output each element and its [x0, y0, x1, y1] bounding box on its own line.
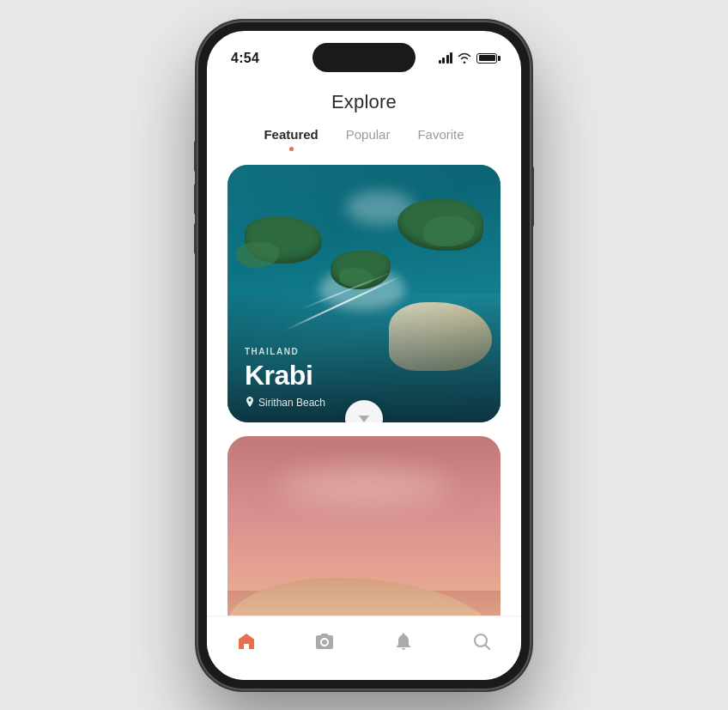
phone-mockup: 4:54 [197, 21, 531, 690]
card-country: THAILAND [245, 347, 483, 356]
tab-featured-dot [289, 147, 294, 151]
phone-screen: 4:54 [207, 31, 521, 680]
tab-favorite-dot [439, 147, 443, 151]
card-image-desert [228, 436, 500, 616]
home-icon [235, 630, 258, 652]
tab-favorite-label: Favorite [417, 127, 464, 142]
page-title: Explore [207, 91, 521, 113]
nav-camera[interactable] [300, 627, 349, 656]
tab-popular-dot [366, 147, 370, 151]
signal-icon [439, 53, 453, 64]
card-desert[interactable] [228, 436, 500, 616]
wifi-icon [458, 52, 471, 64]
page-title-area: Explore [207, 74, 521, 127]
nav-search[interactable] [457, 627, 507, 656]
bell-icon [392, 630, 415, 652]
status-time: 4:54 [231, 51, 259, 66]
bottom-nav [207, 616, 521, 680]
tab-favorite[interactable]: Favorite [417, 127, 464, 151]
search-icon [470, 630, 493, 652]
tab-popular-label: Popular [346, 127, 391, 142]
app-content: Explore Featured Popular Favorite [207, 74, 521, 616]
tab-popular[interactable]: Popular [346, 127, 391, 151]
svg-point-0 [322, 640, 327, 645]
nav-home[interactable] [221, 627, 271, 656]
tab-featured-label: Featured [264, 127, 318, 142]
status-icons [439, 52, 498, 64]
card-krabi[interactable]: THAILAND Krabi Sirithan Beach [228, 165, 500, 422]
camera-icon [313, 630, 336, 652]
card-location-text: Sirithan Beach [258, 397, 325, 409]
card-city: Krabi [245, 360, 483, 391]
scroll-content[interactable]: THAILAND Krabi Sirithan Beach [207, 165, 521, 616]
location-pin-icon [245, 397, 255, 409]
scroll-arrow-icon [359, 416, 369, 422]
nav-bell[interactable] [379, 627, 428, 656]
dynamic-island [312, 43, 416, 72]
tab-featured[interactable]: Featured [264, 127, 318, 151]
tabs-area: Featured Popular Favorite [207, 127, 521, 165]
battery-icon [476, 53, 497, 64]
